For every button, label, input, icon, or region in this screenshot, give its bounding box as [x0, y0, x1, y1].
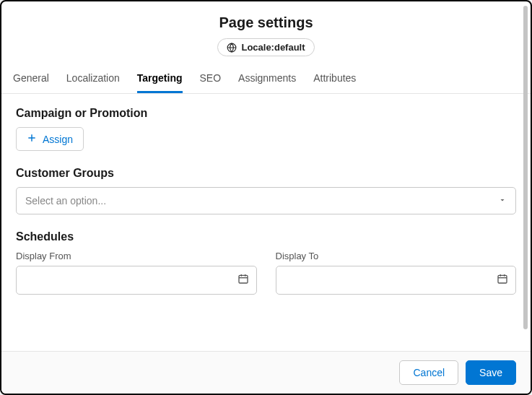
tab-attributes[interactable]: Attributes	[313, 64, 356, 93]
customer-groups-select[interactable]: Select an option...	[16, 187, 516, 214]
tab-localization[interactable]: Localization	[66, 64, 120, 93]
modal-header: Page settings Locale:default	[1, 1, 531, 64]
assign-button[interactable]: Assign	[16, 127, 84, 151]
page-settings-modal: Page settings Locale:default General Loc…	[0, 0, 532, 395]
display-from-col: Display From	[16, 251, 257, 295]
schedule-row: Display From Display To	[16, 251, 516, 295]
display-to-input[interactable]	[276, 266, 517, 295]
chevron-down-icon	[498, 194, 507, 207]
campaign-section: Campaign or Promotion Assign	[16, 107, 516, 151]
modal-footer: Cancel Save	[1, 351, 531, 394]
svg-rect-8	[498, 275, 507, 283]
display-to-col: Display To	[276, 251, 517, 295]
tab-assignments[interactable]: Assignments	[238, 64, 296, 93]
tab-targeting[interactable]: Targeting	[137, 64, 183, 93]
scrollbar-thumb[interactable]	[523, 6, 528, 329]
schedules-section: Schedules Display From Display To	[16, 230, 516, 295]
modal-scroll-area: Page settings Locale:default General Loc…	[1, 1, 531, 351]
customer-groups-section: Customer Groups Select an option...	[16, 167, 516, 214]
tab-content: Campaign or Promotion Assign Customer Gr…	[1, 94, 531, 332]
tab-seo[interactable]: SEO	[200, 64, 222, 93]
customer-groups-title: Customer Groups	[16, 167, 516, 180]
cancel-button[interactable]: Cancel	[399, 360, 458, 385]
locale-badge[interactable]: Locale:default	[217, 38, 314, 56]
select-placeholder: Select an option...	[25, 195, 106, 207]
assign-label: Assign	[43, 134, 73, 145]
display-from-label: Display From	[16, 251, 257, 261]
calendar-icon	[497, 273, 508, 287]
page-title: Page settings	[13, 14, 519, 31]
plus-icon	[27, 133, 37, 145]
schedules-title: Schedules	[16, 230, 516, 243]
display-from-input[interactable]	[16, 266, 257, 295]
display-to-label: Display To	[276, 251, 517, 261]
tabs-bar: General Localization Targeting SEO Assig…	[1, 64, 531, 94]
calendar-icon	[237, 273, 249, 287]
svg-rect-4	[239, 275, 248, 283]
locale-label: Locale:default	[241, 42, 305, 53]
tab-general[interactable]: General	[13, 64, 49, 93]
save-button[interactable]: Save	[466, 360, 516, 385]
globe-icon	[227, 43, 237, 53]
campaign-title: Campaign or Promotion	[16, 107, 516, 120]
